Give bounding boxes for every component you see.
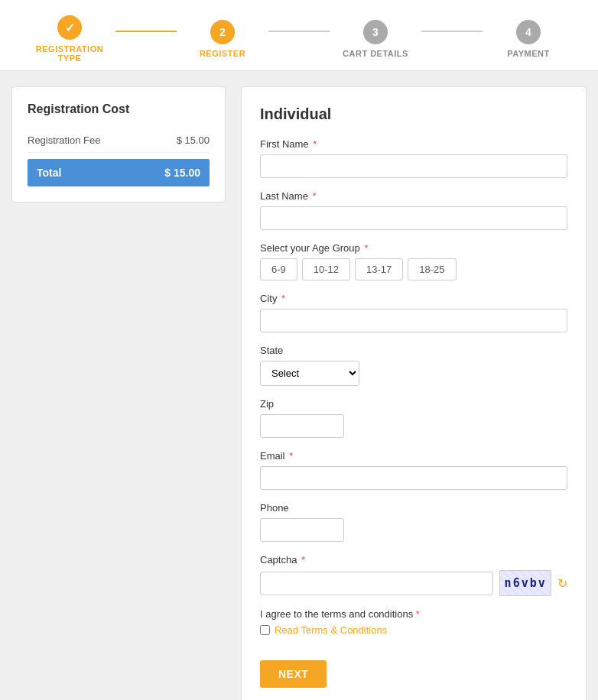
step-4-circle: 4 — [516, 20, 541, 44]
captcha-row: n6vbv ↻ — [260, 570, 567, 596]
email-group: Email * — [260, 450, 567, 490]
terms-link[interactable]: Read Terms & Conditions — [275, 624, 387, 636]
captcha-image: n6vbv — [499, 570, 551, 596]
steps-wrapper: REGISTRATION TYPE 2 REGISTER 3 CART DETA… — [24, 15, 574, 63]
step-1-circle — [57, 15, 82, 40]
step-1: REGISTRATION TYPE — [24, 15, 115, 63]
cost-panel: Registration Cost Registration Fee $ 15.… — [11, 86, 226, 203]
line-1-2 — [115, 31, 177, 32]
last-name-required: * — [313, 190, 317, 202]
terms-row: I agree to the terms and conditions * — [260, 608, 567, 620]
step-1-label: REGISTRATION TYPE — [24, 44, 115, 63]
city-label: City * — [260, 293, 567, 304]
age-group-group: Select your Age Group * 6-9 10-12 13-17 … — [260, 242, 567, 280]
fee-value: $ 15.00 — [177, 134, 210, 146]
next-button[interactable]: NEXT — [260, 660, 327, 688]
state-select[interactable]: Select AL AK AZ CA CO FL GA NY TX WA — [260, 361, 359, 386]
line-2-3 — [268, 31, 330, 32]
zip-group: Zip — [260, 398, 567, 438]
total-value: $ 15.00 — [164, 167, 200, 179]
line-3-4 — [421, 31, 483, 32]
main-content: Registration Cost Registration Fee $ 15.… — [0, 86, 598, 700]
first-name-label: First Name * — [260, 138, 567, 150]
phone-input[interactable] — [260, 518, 344, 542]
zip-label: Zip — [260, 398, 567, 410]
email-label: Email * — [260, 450, 567, 462]
stepper: REGISTRATION TYPE 2 REGISTER 3 CART DETA… — [0, 0, 598, 71]
age-group-label: Select your Age Group * — [260, 242, 567, 254]
step-4-label: PAYMENT — [507, 49, 549, 58]
age-group-buttons: 6-9 10-12 13-17 18-25 — [260, 258, 567, 280]
age-group-required: * — [364, 242, 368, 254]
first-name-group: First Name * — [260, 138, 567, 178]
step-3-circle: 3 — [363, 20, 388, 44]
terms-group: I agree to the terms and conditions * Re… — [260, 608, 567, 636]
terms-checkbox-row: Read Terms & Conditions — [260, 624, 567, 636]
terms-text: I agree to the terms and conditions * — [260, 608, 420, 620]
state-group: State Select AL AK AZ CA CO FL GA NY TX … — [260, 345, 567, 386]
age-btn-13-17[interactable]: 13-17 — [355, 258, 403, 280]
phone-label: Phone — [260, 502, 567, 514]
last-name-label: Last Name * — [260, 190, 567, 202]
cost-panel-title: Registration Cost — [28, 102, 210, 116]
email-required: * — [289, 450, 293, 462]
step-3-label: CART DETAILS — [343, 49, 408, 58]
city-group: City * — [260, 293, 567, 332]
step-3: 3 CART DETAILS — [330, 20, 421, 58]
age-btn-10-12[interactable]: 10-12 — [302, 258, 350, 280]
email-input[interactable] — [260, 466, 567, 490]
age-btn-18-25[interactable]: 18-25 — [408, 258, 456, 280]
terms-required: * — [416, 608, 420, 620]
age-btn-6-9[interactable]: 6-9 — [260, 258, 297, 280]
state-label: State — [260, 345, 567, 356]
total-row: Total $ 15.00 — [28, 159, 210, 186]
last-name-group: Last Name * — [260, 190, 567, 230]
captcha-group: Captcha * n6vbv ↻ — [260, 554, 567, 596]
phone-group: Phone — [260, 502, 567, 542]
captcha-refresh-icon[interactable]: ↻ — [557, 576, 567, 591]
captcha-label: Captcha * — [260, 554, 567, 566]
first-name-required: * — [313, 138, 317, 150]
step-4: 4 PAYMENT — [483, 20, 574, 58]
form-title: Individual — [260, 105, 567, 123]
city-required: * — [281, 293, 285, 304]
step-2-label: REGISTER — [200, 49, 245, 58]
terms-checkbox[interactable] — [260, 625, 270, 635]
step-2: 2 REGISTER — [177, 20, 268, 58]
form-panel: Individual First Name * Last Name * Sele… — [241, 86, 587, 700]
step-2-circle: 2 — [210, 20, 235, 44]
first-name-input[interactable] — [260, 154, 567, 178]
captcha-required: * — [301, 554, 305, 566]
total-label: Total — [37, 167, 61, 179]
fee-label: Registration Fee — [28, 134, 100, 146]
city-input[interactable] — [260, 309, 567, 332]
captcha-input[interactable] — [260, 572, 493, 595]
last-name-input[interactable] — [260, 206, 567, 230]
zip-input[interactable] — [260, 414, 344, 438]
cost-row-fee: Registration Fee $ 15.00 — [28, 128, 210, 153]
